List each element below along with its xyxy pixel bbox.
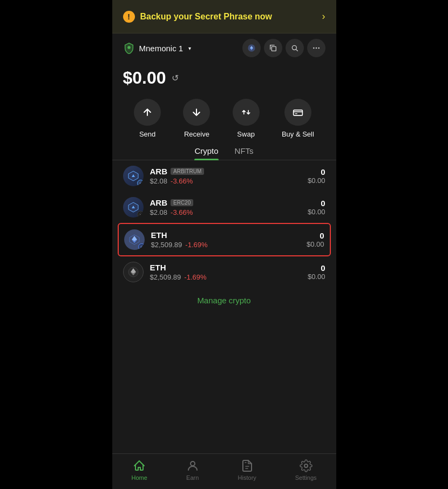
bottom-nav: Home Earn History Settings xyxy=(112,453,336,489)
eth-selected-balance: 0 $0.00 xyxy=(307,231,324,248)
eth-second-value: $0.00 xyxy=(308,273,325,281)
arb-arbitrum-change: -3.66% xyxy=(171,177,193,185)
deposit-button[interactable] xyxy=(242,39,261,57)
swap-label: Swap xyxy=(237,130,255,138)
buy-sell-label: Buy & Sell xyxy=(282,130,314,138)
send-button[interactable]: Send xyxy=(134,99,161,138)
svg-point-10 xyxy=(141,246,142,248)
eth-selected-info: ETH $2,509.89 -1.69% xyxy=(151,230,307,249)
phone-container: ! Backup your Secret Phrase now › Mnemon… xyxy=(112,0,336,489)
nav-home-label: Home xyxy=(131,474,147,481)
balance-section: $0.00 ↺ xyxy=(112,63,336,91)
arb-arbitrum-badge: ARBITRUM xyxy=(171,168,204,175)
more-menu-button[interactable] xyxy=(307,39,325,57)
crypto-item-arb-arbitrum[interactable]: ARB ARBITRUM $2.08 -3.66% 0 $0.00 xyxy=(118,160,331,192)
send-icon xyxy=(142,107,153,118)
arb-erc20-change: -3.66% xyxy=(171,208,193,216)
arb-erc20-price: $2.08 xyxy=(150,208,168,216)
backup-banner[interactable]: ! Backup your Secret Phrase now › xyxy=(112,0,336,33)
arb-erc20-balance: 0 $0.00 xyxy=(308,199,325,216)
tab-crypto[interactable]: Crypto xyxy=(194,146,218,160)
nav-settings[interactable]: Settings xyxy=(284,459,328,481)
eth-second-balance: 0 $0.00 xyxy=(308,263,325,281)
balance-value: $0.00 xyxy=(123,68,166,88)
eth-second-icon xyxy=(123,262,144,282)
home-icon xyxy=(133,459,146,472)
arb-erc20-amount: 0 xyxy=(308,199,325,208)
copy-icon xyxy=(269,44,277,52)
header: Mnemonic 1 ▾ xyxy=(112,33,336,63)
crypto-list: ARB ARBITRUM $2.08 -3.66% 0 $0.00 xyxy=(112,160,336,451)
backup-text: Backup your Secret Phrase now xyxy=(140,12,273,22)
eth-selected-price: $2,509.89 xyxy=(151,241,182,249)
nav-earn[interactable]: Earn xyxy=(175,459,210,481)
arb-erc20-icon xyxy=(123,197,144,218)
svg-point-3 xyxy=(292,45,296,50)
more-icon xyxy=(312,44,321,52)
swap-icon-circle xyxy=(233,99,260,126)
eth-deposit-icon xyxy=(247,44,256,52)
svg-point-8 xyxy=(140,182,141,184)
header-actions xyxy=(242,39,325,57)
arb-erc20-value: $0.00 xyxy=(308,208,325,216)
backup-banner-left: ! Backup your Secret Phrase now xyxy=(123,11,273,23)
buy-sell-button[interactable]: Buy & Sell xyxy=(282,99,314,138)
search-button[interactable] xyxy=(286,39,304,57)
dropdown-arrow-icon: ▾ xyxy=(188,45,191,51)
content-area: $0.00 ↺ Send Receive xyxy=(112,63,336,489)
receive-icon-circle xyxy=(183,99,210,126)
wallet-selector[interactable]: Mnemonic 1 ▾ xyxy=(123,42,192,54)
arb-erc20-badge: ERC20 xyxy=(171,199,193,206)
nav-history[interactable]: History xyxy=(227,459,267,481)
crypto-item-eth-second[interactable]: ETH $2,509.89 -1.69% 0 $0.00 xyxy=(118,256,331,288)
svg-point-4 xyxy=(313,47,315,49)
search-icon xyxy=(290,44,299,52)
svg-rect-7 xyxy=(294,110,303,116)
send-label: Send xyxy=(139,130,155,138)
eth-selected-change: -1.69% xyxy=(185,241,207,249)
svg-point-13 xyxy=(304,464,308,467)
manage-crypto-button[interactable]: Manage crypto xyxy=(118,288,331,313)
refresh-icon[interactable]: ↺ xyxy=(172,73,179,83)
receive-button[interactable]: Receive xyxy=(183,99,210,138)
send-icon-circle xyxy=(134,99,161,126)
history-icon xyxy=(241,459,254,472)
swap-button[interactable]: Swap xyxy=(233,99,260,138)
wallet-name-label: Mnemonic 1 xyxy=(139,44,184,53)
arb-arbitrum-amount: 0 xyxy=(308,167,325,176)
earn-icon xyxy=(186,459,199,472)
tab-nfts[interactable]: NFTs xyxy=(235,146,254,160)
eth-second-change: -1.69% xyxy=(184,273,206,281)
eth-selected-icon xyxy=(124,229,145,250)
eth-second-price: $2,509.89 xyxy=(150,273,181,281)
arb-erc20-name: ARB xyxy=(150,198,168,207)
eth-second-info: ETH $2,509.89 -1.69% xyxy=(150,263,308,281)
copy-address-button[interactable] xyxy=(264,39,282,57)
svg-point-12 xyxy=(191,461,195,466)
svg-point-5 xyxy=(315,47,317,49)
nav-history-label: History xyxy=(238,474,256,481)
arb-arbitrum-info: ARB ARBITRUM $2.08 -3.66% xyxy=(150,167,308,185)
eth-selected-value: $0.00 xyxy=(307,240,324,248)
crypto-item-eth-selected[interactable]: ETH $2,509.89 -1.69% 0 $0.00 xyxy=(118,223,331,256)
eth-second-name: ETH xyxy=(150,263,166,272)
action-buttons: Send Receive Swap xyxy=(112,91,336,144)
svg-point-6 xyxy=(318,47,320,49)
nav-settings-label: Settings xyxy=(295,474,317,481)
nav-home[interactable]: Home xyxy=(120,459,158,481)
svg-point-0 xyxy=(127,46,131,49)
svg-rect-2 xyxy=(271,46,276,51)
receive-label: Receive xyxy=(184,130,209,138)
receive-icon xyxy=(191,107,202,118)
arb-arbitrum-icon xyxy=(123,166,144,186)
arb-arbitrum-price: $2.08 xyxy=(150,177,168,185)
warning-icon: ! xyxy=(123,11,135,23)
eth-selected-amount: 0 xyxy=(307,231,324,240)
arb-arbitrum-name: ARB xyxy=(150,167,168,176)
crypto-item-arb-erc20[interactable]: ARB ERC20 $2.08 -3.66% 0 $0.00 xyxy=(118,192,331,223)
swap-icon xyxy=(241,107,252,118)
eth-selected-name: ETH xyxy=(151,230,167,240)
chevron-right-icon: › xyxy=(322,11,325,22)
eth-second-amount: 0 xyxy=(308,263,325,273)
settings-icon xyxy=(300,459,313,472)
